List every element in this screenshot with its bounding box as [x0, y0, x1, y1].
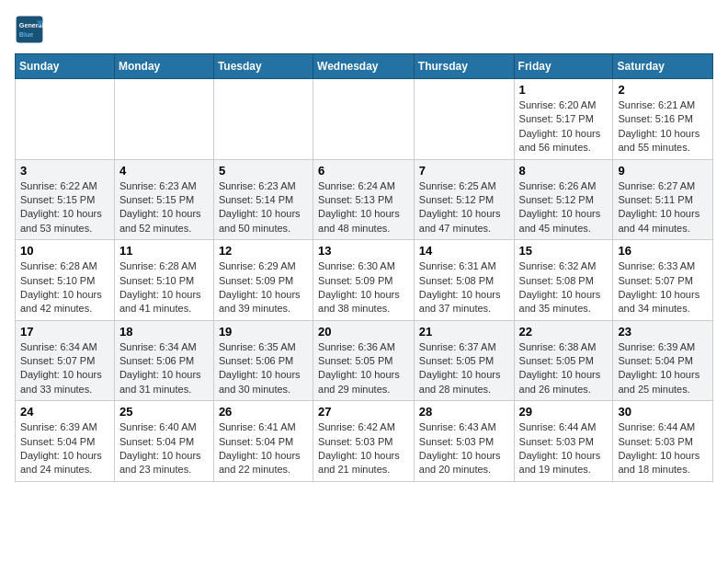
- calendar-cell: [213, 79, 313, 160]
- calendar-cell: 18Sunrise: 6:34 AMSunset: 5:06 PMDayligh…: [114, 320, 213, 401]
- day-info-line: Sunset: 5:10 PM: [119, 275, 194, 286]
- day-info-line: Sunset: 5:07 PM: [20, 355, 95, 366]
- day-info-line: Sunset: 5:11 PM: [618, 194, 692, 205]
- day-info: Sunrise: 6:34 AMSunset: 5:07 PMDaylight:…: [20, 340, 109, 397]
- day-info-line: Daylight: 10 hours and 39 minutes.: [219, 289, 301, 314]
- day-info-line: Daylight: 10 hours and 52 minutes.: [119, 208, 201, 233]
- day-info-line: Sunset: 5:15 PM: [20, 194, 95, 205]
- day-info-line: Sunrise: 6:38 AM: [519, 341, 597, 352]
- day-info-line: Sunset: 5:15 PM: [119, 194, 194, 205]
- day-number: 1: [519, 83, 609, 97]
- day-header-friday: Friday: [514, 54, 613, 79]
- day-info: Sunrise: 6:23 AMSunset: 5:14 PMDaylight:…: [219, 179, 308, 236]
- day-info-line: Daylight: 10 hours and 34 minutes.: [618, 289, 700, 314]
- calendar-cell: 19Sunrise: 6:35 AMSunset: 5:06 PMDayligh…: [213, 320, 313, 401]
- calendar-cell: 27Sunrise: 6:42 AMSunset: 5:03 PMDayligh…: [313, 401, 415, 482]
- day-info: Sunrise: 6:20 AMSunset: 5:17 PMDaylight:…: [519, 98, 609, 155]
- day-info-line: Sunrise: 6:23 AM: [119, 180, 197, 191]
- calendar-week-row: 17Sunrise: 6:34 AMSunset: 5:07 PMDayligh…: [16, 320, 713, 401]
- day-info-line: Daylight: 10 hours and 22 minutes.: [219, 450, 301, 475]
- day-info-line: Sunrise: 6:27 AM: [618, 180, 695, 191]
- day-number: 6: [318, 164, 409, 178]
- day-header-tuesday: Tuesday: [213, 54, 313, 79]
- day-info-line: Sunrise: 6:22 AM: [20, 180, 97, 191]
- day-info: Sunrise: 6:31 AMSunset: 5:08 PMDaylight:…: [419, 259, 509, 316]
- day-header-sunday: Sunday: [16, 54, 115, 79]
- day-number: 24: [20, 405, 109, 419]
- calendar-week-row: 24Sunrise: 6:39 AMSunset: 5:04 PMDayligh…: [16, 401, 713, 482]
- day-number: 26: [219, 405, 308, 419]
- day-number: 14: [419, 244, 509, 258]
- calendar-cell: 24Sunrise: 6:39 AMSunset: 5:04 PMDayligh…: [16, 401, 115, 482]
- calendar-cell: 9Sunrise: 6:27 AMSunset: 5:11 PMDaylight…: [613, 159, 713, 240]
- day-info-line: Sunrise: 6:41 AM: [219, 421, 296, 432]
- day-info-line: Daylight: 10 hours and 53 minutes.: [20, 208, 102, 233]
- day-header-saturday: Saturday: [613, 54, 713, 79]
- day-number: 29: [519, 405, 609, 419]
- day-info-line: Sunset: 5:12 PM: [419, 194, 494, 205]
- day-info-line: Daylight: 10 hours and 30 minutes.: [219, 369, 301, 394]
- day-info: Sunrise: 6:27 AMSunset: 5:11 PMDaylight:…: [618, 179, 708, 236]
- day-info: Sunrise: 6:41 AMSunset: 5:04 PMDaylight:…: [219, 420, 308, 477]
- calendar-cell: 21Sunrise: 6:37 AMSunset: 5:05 PMDayligh…: [414, 320, 514, 401]
- day-header-wednesday: Wednesday: [313, 54, 415, 79]
- day-number: 27: [318, 405, 409, 419]
- day-number: 15: [519, 244, 609, 258]
- day-info-line: Daylight: 10 hours and 26 minutes.: [519, 369, 601, 394]
- calendar-cell: [16, 79, 115, 160]
- day-info-line: Sunset: 5:07 PM: [618, 275, 692, 286]
- calendar-cell: [114, 79, 213, 160]
- day-info-line: Daylight: 10 hours and 56 minutes.: [519, 128, 601, 153]
- calendar-cell: 6Sunrise: 6:24 AMSunset: 5:13 PMDaylight…: [313, 159, 415, 240]
- day-info-line: Sunset: 5:04 PM: [618, 355, 692, 366]
- day-info-line: Sunrise: 6:30 AM: [318, 260, 395, 271]
- day-number: 17: [20, 325, 109, 339]
- calendar-cell: 16Sunrise: 6:33 AMSunset: 5:07 PMDayligh…: [613, 240, 713, 321]
- day-info-line: Sunset: 5:05 PM: [318, 355, 392, 366]
- day-number: 3: [20, 164, 109, 178]
- day-info-line: Daylight: 10 hours and 41 minutes.: [119, 289, 201, 314]
- day-info-line: Sunrise: 6:23 AM: [219, 180, 296, 191]
- calendar-cell: 14Sunrise: 6:31 AMSunset: 5:08 PMDayligh…: [414, 240, 514, 321]
- day-info-line: Sunrise: 6:33 AM: [618, 260, 695, 271]
- day-number: 22: [519, 325, 609, 339]
- day-info-line: Sunrise: 6:24 AM: [318, 180, 395, 191]
- day-info: Sunrise: 6:44 AMSunset: 5:03 PMDaylight:…: [519, 420, 609, 477]
- day-info-line: Sunset: 5:09 PM: [318, 275, 392, 286]
- calendar-week-row: 10Sunrise: 6:28 AMSunset: 5:10 PMDayligh…: [16, 240, 713, 321]
- day-number: 18: [119, 325, 209, 339]
- calendar-cell: [414, 79, 514, 160]
- day-info-line: Sunrise: 6:42 AM: [318, 421, 395, 432]
- calendar-cell: 26Sunrise: 6:41 AMSunset: 5:04 PMDayligh…: [213, 401, 313, 482]
- day-info-line: Sunset: 5:04 PM: [119, 436, 194, 447]
- day-info-line: Sunset: 5:04 PM: [219, 436, 293, 447]
- calendar-cell: 30Sunrise: 6:44 AMSunset: 5:03 PMDayligh…: [613, 401, 713, 482]
- day-info-line: Sunset: 5:03 PM: [419, 436, 494, 447]
- day-info-line: Sunrise: 6:35 AM: [219, 341, 296, 352]
- day-info-line: Daylight: 10 hours and 35 minutes.: [519, 289, 601, 314]
- calendar-cell: 15Sunrise: 6:32 AMSunset: 5:08 PMDayligh…: [514, 240, 613, 321]
- day-info-line: Sunset: 5:06 PM: [219, 355, 293, 366]
- day-info-line: Sunrise: 6:34 AM: [20, 341, 97, 352]
- calendar-week-row: 3Sunrise: 6:22 AMSunset: 5:15 PMDaylight…: [16, 159, 713, 240]
- calendar-cell: 13Sunrise: 6:30 AMSunset: 5:09 PMDayligh…: [313, 240, 415, 321]
- day-info-line: Daylight: 10 hours and 55 minutes.: [618, 128, 700, 153]
- day-info-line: Daylight: 10 hours and 45 minutes.: [519, 208, 601, 233]
- day-number: 4: [119, 164, 209, 178]
- logo-icon: General Blue: [15, 15, 44, 44]
- day-info-line: Sunrise: 6:31 AM: [419, 260, 496, 271]
- day-info: Sunrise: 6:39 AMSunset: 5:04 PMDaylight:…: [20, 420, 109, 477]
- day-number: 30: [618, 405, 708, 419]
- calendar-cell: 11Sunrise: 6:28 AMSunset: 5:10 PMDayligh…: [114, 240, 213, 321]
- day-number: 20: [318, 325, 409, 339]
- day-info-line: Daylight: 10 hours and 48 minutes.: [318, 208, 400, 233]
- day-info-line: Daylight: 10 hours and 50 minutes.: [219, 208, 301, 233]
- day-info-line: Sunrise: 6:29 AM: [219, 260, 296, 271]
- day-info-line: Daylight: 10 hours and 19 minutes.: [519, 450, 601, 475]
- day-number: 9: [618, 164, 708, 178]
- calendar-header-row: SundayMondayTuesdayWednesdayThursdayFrid…: [16, 54, 713, 79]
- calendar-cell: 7Sunrise: 6:25 AMSunset: 5:12 PMDaylight…: [414, 159, 514, 240]
- day-info: Sunrise: 6:43 AMSunset: 5:03 PMDaylight:…: [419, 420, 509, 477]
- calendar-cell: 4Sunrise: 6:23 AMSunset: 5:15 PMDaylight…: [114, 159, 213, 240]
- day-info-line: Sunrise: 6:25 AM: [419, 180, 496, 191]
